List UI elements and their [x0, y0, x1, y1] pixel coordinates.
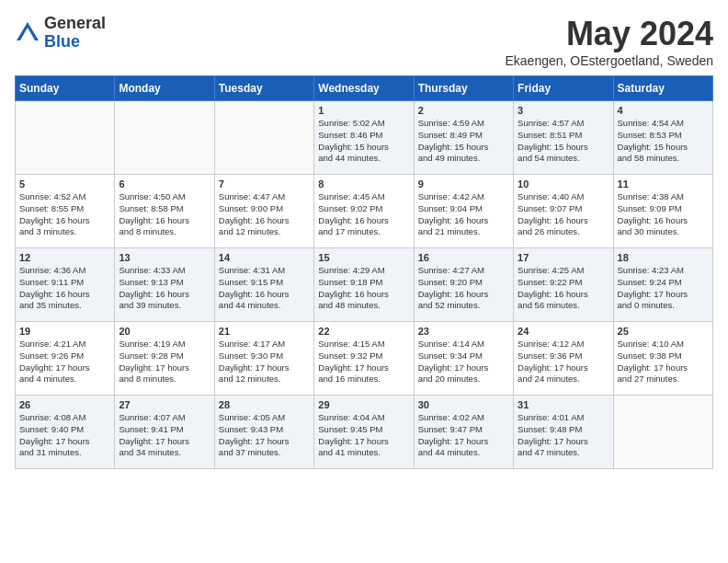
day-number: 20: [119, 326, 210, 337]
day-number: 6: [119, 178, 210, 190]
calendar-cell: [613, 396, 712, 469]
header-cell-saturday: Saturday: [613, 76, 712, 101]
day-number: 28: [219, 399, 310, 410]
calendar-cell: 21Sunrise: 4:17 AM Sunset: 9:30 PM Dayli…: [214, 322, 313, 396]
day-info: Sunrise: 4:25 AM Sunset: 9:22 PM Dayligh…: [518, 265, 609, 312]
calendar-cell: 22Sunrise: 4:15 AM Sunset: 9:32 PM Dayli…: [314, 322, 414, 396]
day-info: Sunrise: 4:07 AM Sunset: 9:41 PM Dayligh…: [119, 412, 210, 459]
calendar-cell: 5Sunrise: 4:52 AM Sunset: 8:55 PM Daylig…: [16, 175, 115, 248]
week-row: 19Sunrise: 4:21 AM Sunset: 9:26 PM Dayli…: [16, 322, 713, 396]
calendar-cell: 25Sunrise: 4:10 AM Sunset: 9:38 PM Dayli…: [613, 322, 712, 396]
day-info: Sunrise: 4:01 AM Sunset: 9:48 PM Dayligh…: [518, 412, 609, 459]
month-title: May 2024: [506, 15, 714, 53]
calendar-cell: 3Sunrise: 4:57 AM Sunset: 8:51 PM Daylig…: [514, 101, 613, 175]
day-number: 22: [318, 326, 409, 337]
calendar-cell: 16Sunrise: 4:27 AM Sunset: 9:20 PM Dayli…: [414, 248, 513, 322]
day-info: Sunrise: 4:08 AM Sunset: 9:40 PM Dayligh…: [19, 412, 110, 459]
day-info: Sunrise: 4:21 AM Sunset: 9:26 PM Dayligh…: [19, 339, 110, 385]
location-title: Ekaengen, OEstergoetland, Sweden: [506, 53, 714, 68]
week-row: 1Sunrise: 5:02 AM Sunset: 8:46 PM Daylig…: [16, 101, 713, 175]
calendar-cell: 12Sunrise: 4:36 AM Sunset: 9:11 PM Dayli…: [16, 248, 115, 322]
calendar-cell: 10Sunrise: 4:40 AM Sunset: 9:07 PM Dayli…: [514, 175, 613, 248]
day-number: 30: [418, 399, 509, 410]
calendar-cell: 7Sunrise: 4:47 AM Sunset: 9:00 PM Daylig…: [214, 175, 313, 248]
calendar-cell: 9Sunrise: 4:42 AM Sunset: 9:04 PM Daylig…: [414, 175, 513, 248]
calendar-cell: [115, 101, 214, 175]
day-info: Sunrise: 4:23 AM Sunset: 9:24 PM Dayligh…: [618, 265, 709, 312]
day-info: Sunrise: 4:42 AM Sunset: 9:04 PM Dayligh…: [418, 191, 509, 238]
calendar-cell: 8Sunrise: 4:45 AM Sunset: 9:02 PM Daylig…: [314, 175, 414, 248]
page-header: General Blue May 2024 Ekaengen, OEstergo…: [15, 15, 713, 68]
day-info: Sunrise: 4:02 AM Sunset: 9:47 PM Dayligh…: [418, 412, 509, 459]
calendar-cell: 6Sunrise: 4:50 AM Sunset: 8:58 PM Daylig…: [115, 175, 214, 248]
day-info: Sunrise: 4:29 AM Sunset: 9:18 PM Dayligh…: [318, 265, 409, 312]
calendar-cell: 15Sunrise: 4:29 AM Sunset: 9:18 PM Dayli…: [314, 248, 414, 322]
title-block: May 2024 Ekaengen, OEstergoetland, Swede…: [506, 15, 714, 68]
calendar-cell: 13Sunrise: 4:33 AM Sunset: 9:13 PM Dayli…: [115, 248, 214, 322]
day-number: 18: [618, 252, 709, 263]
day-number: 2: [418, 105, 509, 116]
day-info: Sunrise: 4:15 AM Sunset: 9:32 PM Dayligh…: [318, 339, 409, 385]
calendar-cell: 31Sunrise: 4:01 AM Sunset: 9:48 PM Dayli…: [514, 396, 613, 469]
day-number: 12: [19, 252, 110, 263]
header-cell-thursday: Thursday: [414, 76, 513, 101]
day-number: 31: [518, 399, 609, 410]
header-cell-friday: Friday: [514, 76, 613, 101]
calendar-cell: 24Sunrise: 4:12 AM Sunset: 9:36 PM Dayli…: [514, 322, 613, 396]
day-number: 11: [618, 178, 709, 190]
day-number: 29: [318, 399, 409, 410]
day-number: 1: [318, 105, 409, 116]
logo: General Blue: [15, 15, 106, 52]
day-number: 4: [618, 105, 709, 116]
day-info: Sunrise: 4:36 AM Sunset: 9:11 PM Dayligh…: [19, 265, 110, 312]
calendar-body: 1Sunrise: 5:02 AM Sunset: 8:46 PM Daylig…: [16, 101, 713, 469]
day-number: 15: [318, 252, 409, 263]
day-info: Sunrise: 4:52 AM Sunset: 8:55 PM Dayligh…: [19, 191, 110, 238]
day-number: 26: [19, 399, 110, 410]
day-number: 7: [219, 178, 310, 190]
calendar-cell: 29Sunrise: 4:04 AM Sunset: 9:45 PM Dayli…: [314, 396, 414, 469]
day-info: Sunrise: 4:14 AM Sunset: 9:34 PM Dayligh…: [418, 339, 509, 385]
day-number: 27: [119, 399, 210, 410]
day-number: 23: [418, 326, 509, 337]
calendar-cell: [16, 101, 115, 175]
calendar-cell: 1Sunrise: 5:02 AM Sunset: 8:46 PM Daylig…: [314, 101, 414, 175]
day-info: Sunrise: 4:38 AM Sunset: 9:09 PM Dayligh…: [618, 191, 709, 238]
day-info: Sunrise: 4:05 AM Sunset: 9:43 PM Dayligh…: [219, 412, 310, 459]
calendar-cell: 17Sunrise: 4:25 AM Sunset: 9:22 PM Dayli…: [514, 248, 613, 322]
day-info: Sunrise: 4:19 AM Sunset: 9:28 PM Dayligh…: [119, 339, 210, 385]
calendar-cell: 11Sunrise: 4:38 AM Sunset: 9:09 PM Dayli…: [613, 175, 712, 248]
day-info: Sunrise: 4:17 AM Sunset: 9:30 PM Dayligh…: [219, 339, 310, 385]
day-number: 19: [19, 326, 110, 337]
day-number: 5: [19, 178, 110, 190]
header-row: SundayMondayTuesdayWednesdayThursdayFrid…: [16, 76, 713, 101]
header-cell-wednesday: Wednesday: [314, 76, 414, 101]
calendar-cell: 28Sunrise: 4:05 AM Sunset: 9:43 PM Dayli…: [214, 396, 313, 469]
week-row: 12Sunrise: 4:36 AM Sunset: 9:11 PM Dayli…: [16, 248, 713, 322]
calendar-cell: 20Sunrise: 4:19 AM Sunset: 9:28 PM Dayli…: [115, 322, 214, 396]
day-number: 3: [518, 105, 609, 116]
calendar-cell: 23Sunrise: 4:14 AM Sunset: 9:34 PM Dayli…: [414, 322, 513, 396]
header-cell-sunday: Sunday: [16, 76, 115, 101]
day-number: 8: [318, 178, 409, 190]
day-number: 24: [518, 326, 609, 337]
day-info: Sunrise: 4:45 AM Sunset: 9:02 PM Dayligh…: [318, 191, 409, 238]
day-info: Sunrise: 4:59 AM Sunset: 8:49 PM Dayligh…: [418, 118, 509, 165]
header-cell-tuesday: Tuesday: [214, 76, 313, 101]
day-number: 17: [518, 252, 609, 263]
day-number: 21: [219, 326, 310, 337]
calendar-cell: 19Sunrise: 4:21 AM Sunset: 9:26 PM Dayli…: [16, 322, 115, 396]
day-info: Sunrise: 4:33 AM Sunset: 9:13 PM Dayligh…: [119, 265, 210, 312]
day-info: Sunrise: 4:12 AM Sunset: 9:36 PM Dayligh…: [518, 339, 609, 385]
day-number: 10: [518, 178, 609, 190]
day-info: Sunrise: 4:31 AM Sunset: 9:15 PM Dayligh…: [219, 265, 310, 312]
calendar-header: SundayMondayTuesdayWednesdayThursdayFrid…: [16, 76, 713, 101]
week-row: 5Sunrise: 4:52 AM Sunset: 8:55 PM Daylig…: [16, 175, 713, 248]
week-row: 26Sunrise: 4:08 AM Sunset: 9:40 PM Dayli…: [16, 396, 713, 469]
day-info: Sunrise: 4:27 AM Sunset: 9:20 PM Dayligh…: [418, 265, 509, 312]
logo-blue-text: Blue: [44, 33, 106, 52]
calendar-cell: 14Sunrise: 4:31 AM Sunset: 9:15 PM Dayli…: [214, 248, 313, 322]
day-info: Sunrise: 4:54 AM Sunset: 8:53 PM Dayligh…: [618, 118, 709, 165]
calendar-cell: 2Sunrise: 4:59 AM Sunset: 8:49 PM Daylig…: [414, 101, 513, 175]
logo-text: General Blue: [44, 15, 106, 52]
